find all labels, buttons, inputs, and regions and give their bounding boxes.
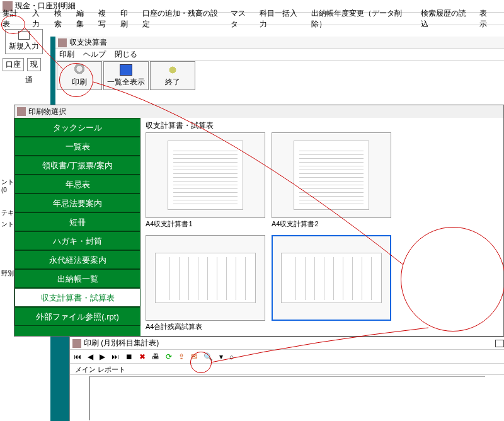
frag-1: ント (0 (0, 176, 15, 195)
printer-icon (73, 64, 86, 76)
thumbnail-area: 収支計算書・試算表 A4収支計算書1 A4収支計算書2 A4合計残高試算表 (140, 118, 503, 336)
category-list: タックシール 一覧表 領収書/丁振票/案内 年忌表 年忌法要案内 短冊 ハガキ・… (14, 118, 140, 336)
report-title: 収支決算書 (69, 37, 107, 48)
toolbar-exit-button[interactable]: 終了 (150, 61, 195, 90)
toolbar-listall-button[interactable]: 一覧全表示 (103, 61, 149, 90)
menu-subjects[interactable]: 科目一括入力 (260, 8, 303, 30)
print-preview-window: 印刷 (月別科目集計表) ⏮ ◀ ▶ ⏭ ⏹ ✖ 🖶 ⟳ ⇪ ✉ 🔍 ▾ ⌕ メ… (69, 337, 504, 421)
thumb-label-2: A4収支計算書2 (272, 219, 391, 229)
menu-accounts[interactable]: 口座の追加・残高の設定 (142, 8, 222, 30)
cat-eidai[interactable]: 永代経法要案内 (14, 250, 140, 269)
maximize-button[interactable] (495, 340, 504, 347)
mail-icon[interactable]: ✉ (191, 352, 197, 361)
nav-last-icon[interactable]: ⏭ (112, 352, 119, 361)
cat-strip[interactable]: 短冊 (14, 212, 140, 231)
print-select-body: タックシール 一覧表 領収書/丁振票/案内 年忌表 年忌法要案内 短冊 ハガキ・… (14, 118, 503, 336)
report-menubar: 印刷 ヘルプ 閉じる (55, 49, 504, 61)
thumb-label-1: A4収支計算書1 (146, 219, 265, 229)
thumb-item-3[interactable]: A4合計残高試算表 (146, 235, 265, 332)
menu-master[interactable]: マスタ (231, 8, 253, 30)
cat-postcard[interactable]: ハガキ・封筒 (14, 231, 140, 250)
print-select-window: 印刷物選択 タックシール 一覧表 領収書/丁振票/案内 年忌表 年忌法要案内 短… (14, 105, 504, 337)
stop-icon[interactable]: ⏹ (125, 352, 133, 361)
menu-print[interactable]: 印刷 (120, 8, 135, 30)
list-icon (120, 64, 132, 76)
toolbar-exit-label: 終了 (165, 78, 180, 86)
thumb-item-4[interactable] (272, 235, 391, 332)
frag-2: テキ (0, 207, 15, 219)
print-select-title: 印刷物選択 (28, 107, 66, 117)
report-toolbar: 印刷 一覧全表示 終了 (55, 61, 504, 91)
preview-titlebar: 印刷 (月別科目集計表) (70, 337, 504, 350)
menu-yearchange[interactable]: 出納帳年度変更（データ削除） (311, 8, 413, 30)
export-icon[interactable]: ⇪ (178, 352, 185, 361)
menu-search[interactable]: 検索 (54, 8, 69, 30)
report-menu-help[interactable]: ヘルプ (83, 49, 106, 60)
find-icon[interactable]: ⌕ (229, 352, 234, 361)
toolbar-print-button[interactable]: 印刷 (57, 61, 102, 90)
account-label: 口座 (3, 58, 24, 71)
thumb-item-1[interactable]: A4収支計算書1 (146, 132, 265, 229)
new-input-label: 新規入力 (9, 42, 39, 50)
preview-canvas (89, 376, 485, 420)
page-icon (18, 31, 30, 40)
menu-history[interactable]: 検索履歴の読込 (421, 8, 472, 30)
frag-4: 野別 (0, 268, 15, 279)
thumb-image-4 (272, 235, 391, 321)
thumb-section-title: 収支計算書・試算表 (146, 120, 498, 131)
menu-view[interactable]: 表示 (479, 8, 494, 30)
main-menubar: 集計表 入力 検索 編集 複写 印刷 口座の追加・残高の設定 マスタ 科目一括入… (0, 13, 504, 25)
zoom-dropdown-icon[interactable]: ▾ (219, 352, 223, 361)
print-select-titlebar: 印刷物選択 (14, 105, 503, 118)
nav-prev-icon[interactable]: ◀ (88, 352, 93, 361)
account-row: 口座 現 (3, 58, 48, 71)
menu-edit[interactable]: 編集 (76, 8, 91, 30)
left-column: 新規入力 口座 現 通 (0, 25, 50, 86)
cat-anniv-guide[interactable]: 年忌法要案内 (14, 193, 140, 212)
report-menu-close[interactable]: 閉じる (115, 49, 137, 60)
cat-tackseal[interactable]: タックシール (14, 118, 140, 137)
cat-receipt[interactable]: 領収書/丁振票/案内 (14, 156, 140, 175)
nav-first-icon[interactable]: ⏮ (74, 352, 81, 361)
account-current[interactable]: 現 (27, 58, 41, 71)
report-window-icon (58, 38, 67, 47)
close-x-icon[interactable]: ✖ (139, 352, 146, 361)
frag-3: ント (0, 219, 15, 230)
thumb-image-1 (146, 132, 265, 218)
zoom-icon[interactable]: 🔍 (203, 352, 213, 361)
report-titlebar: 収支決算書 (55, 37, 504, 49)
cat-external-rpt[interactable]: 外部ファイル参照(.rpt) (14, 307, 140, 326)
nav-next-icon[interactable]: ▶ (100, 352, 105, 361)
preview-window-icon (72, 339, 81, 348)
thumb-label-3: A4合計残高試算表 (146, 322, 265, 332)
cat-cashbook[interactable]: 出納帳一覧 (14, 269, 140, 288)
account-sub: 通 (0, 75, 50, 86)
new-input-button[interactable]: 新規入力 (5, 29, 43, 54)
preview-title: 印刷 (月別科目集計表) (84, 338, 159, 349)
cat-balance-sheet[interactable]: 収支計算書・試算表 (14, 288, 140, 307)
toolbar-listall-label: 一覧全表示 (107, 78, 145, 86)
toolbar-print-label: 印刷 (72, 78, 87, 86)
exit-icon (166, 64, 179, 76)
cat-anniv[interactable]: 年忌表 (14, 175, 140, 193)
thumb-image-3 (146, 235, 265, 321)
thumb-image-2 (272, 132, 391, 218)
report-menu-print[interactable]: 印刷 (59, 49, 74, 60)
thumb-item-2[interactable]: A4収支計算書2 (272, 132, 391, 229)
preview-tab[interactable]: メイン レポート (70, 364, 504, 375)
print-select-icon (17, 107, 26, 116)
print-icon[interactable]: 🖶 (152, 352, 159, 361)
refresh-icon[interactable]: ⟳ (166, 352, 172, 361)
menu-copy[interactable]: 複写 (98, 8, 113, 30)
side-fragments: ント (0 テキ ント 野別 (0, 176, 15, 279)
preview-toolbar: ⏮ ◀ ▶ ⏭ ⏹ ✖ 🖶 ⟳ ⇪ ✉ 🔍 ▾ ⌕ (70, 350, 504, 364)
cat-list[interactable]: 一覧表 (14, 137, 140, 156)
